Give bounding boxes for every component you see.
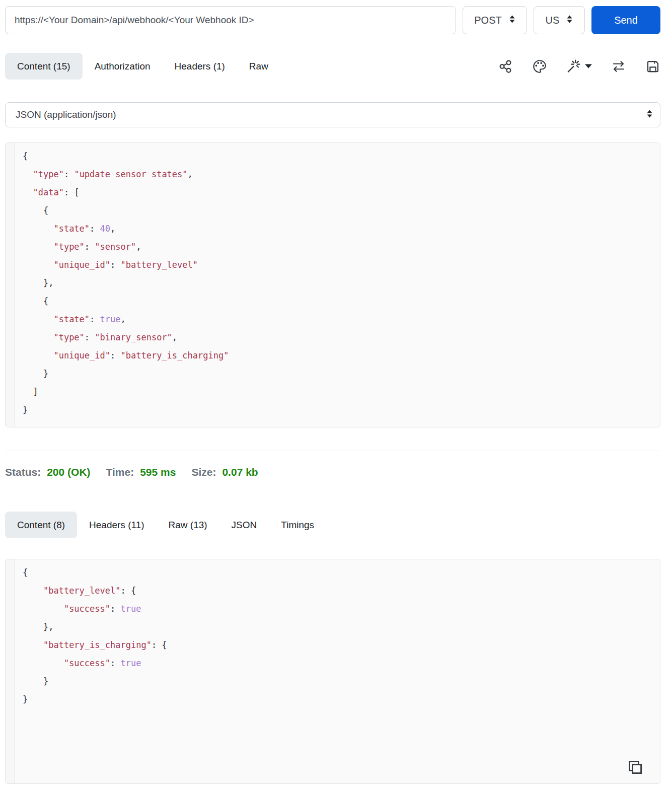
magic-actions-button[interactable] bbox=[566, 59, 592, 74]
body-type-select[interactable]: JSON (application/json) bbox=[5, 102, 660, 127]
size-value: 0.07 kb bbox=[222, 466, 258, 478]
code-line: "state": true, bbox=[23, 310, 655, 328]
size-label: Size: bbox=[191, 466, 216, 478]
tab-response-timings[interactable]: Timings bbox=[269, 512, 326, 538]
response-status-row: Status:200 (OK)Time:595 msSize:0.07 kb bbox=[5, 462, 660, 482]
tab-request-raw[interactable]: Raw bbox=[237, 53, 280, 80]
method-select-value: POST bbox=[474, 15, 501, 26]
code-line: "type": "sensor", bbox=[23, 238, 655, 256]
code-line: "success": true bbox=[23, 654, 655, 672]
code-line: "type": "binary_sensor", bbox=[23, 328, 655, 346]
tab-response-content[interactable]: Content (8) bbox=[5, 512, 77, 538]
code-line: "battery_is_charging": { bbox=[23, 636, 655, 654]
tab-response-headers[interactable]: Headers (11) bbox=[77, 512, 156, 538]
code-line: } bbox=[23, 690, 655, 708]
send-button[interactable]: Send bbox=[591, 6, 660, 34]
code-line: } bbox=[23, 365, 655, 383]
request-bar: POST US Send bbox=[5, 6, 660, 34]
swap-arrows-icon bbox=[611, 59, 626, 74]
code-line: { bbox=[23, 147, 655, 165]
share-button[interactable] bbox=[498, 59, 513, 74]
code-line: "type": "update_sensor_states", bbox=[23, 165, 655, 183]
tab-request-headers[interactable]: Headers (1) bbox=[163, 53, 237, 80]
code-line: } bbox=[23, 672, 655, 690]
tab-request-authorization[interactable]: Authorization bbox=[83, 53, 163, 80]
updown-arrows-icon bbox=[566, 15, 573, 26]
share-icon bbox=[498, 59, 513, 74]
code-line: "unique_id": "battery_is_charging" bbox=[23, 346, 655, 365]
code-line: { bbox=[23, 201, 655, 220]
response-body-code: { "battery_level": { "success": true }, … bbox=[6, 559, 660, 716]
theme-button[interactable] bbox=[532, 59, 547, 74]
rest-client-page: POST US Send Content (15) Authorization … bbox=[0, 0, 672, 784]
swap-request-button[interactable] bbox=[611, 59, 626, 74]
magic-wand-icon bbox=[566, 59, 581, 74]
code-line: { bbox=[23, 292, 655, 310]
request-toolbar bbox=[498, 59, 660, 74]
section-divider bbox=[5, 451, 660, 451]
code-line: "unique_id": "battery_level" bbox=[23, 256, 655, 274]
code-line: "battery_level": { bbox=[23, 582, 655, 600]
request-tabs-row: Content (15) Authorization Headers (1) R… bbox=[5, 53, 660, 80]
tab-response-raw[interactable]: Raw (13) bbox=[157, 512, 219, 538]
save-request-button[interactable] bbox=[645, 59, 660, 74]
code-line: }, bbox=[23, 618, 655, 636]
code-line: "state": 40, bbox=[23, 220, 655, 238]
time-value: 595 ms bbox=[140, 466, 176, 478]
request-body-editor[interactable]: { "type": "update_sensor_states", "data"… bbox=[5, 142, 660, 427]
updown-arrows-icon bbox=[509, 15, 515, 26]
code-line: }, bbox=[23, 274, 655, 292]
response-tabs-row: Content (8) Headers (11) Raw (13) JSON T… bbox=[5, 512, 660, 538]
request-tabs: Content (15) Authorization Headers (1) R… bbox=[5, 53, 280, 80]
response-tabs: Content (8) Headers (11) Raw (13) JSON T… bbox=[5, 512, 326, 538]
tab-request-content[interactable]: Content (15) bbox=[5, 53, 83, 80]
region-select[interactable]: US bbox=[534, 6, 585, 34]
code-line: } bbox=[23, 401, 655, 419]
palette-icon bbox=[532, 59, 547, 74]
code-line: "success": true bbox=[23, 600, 655, 618]
chevron-down-icon bbox=[585, 64, 592, 68]
status-label: Status: bbox=[5, 466, 41, 478]
code-line: "data": [ bbox=[23, 183, 655, 201]
body-type-select-value: JSON (application/json) bbox=[16, 109, 116, 120]
method-select[interactable]: POST bbox=[463, 6, 527, 34]
updown-arrows-icon bbox=[646, 109, 653, 121]
save-icon bbox=[645, 59, 660, 74]
code-line: ] bbox=[23, 383, 655, 401]
status-value: 200 (OK) bbox=[47, 466, 90, 478]
copy-icon bbox=[627, 770, 644, 777]
request-body-code: { "type": "update_sensor_states", "data"… bbox=[6, 143, 660, 427]
tab-response-json[interactable]: JSON bbox=[219, 512, 269, 538]
time-label: Time: bbox=[106, 466, 134, 478]
url-input[interactable] bbox=[5, 6, 456, 34]
code-line: { bbox=[23, 563, 655, 582]
response-body-viewer: { "battery_level": { "success": true }, … bbox=[5, 559, 660, 784]
copy-response-button[interactable] bbox=[626, 758, 645, 777]
region-select-value: US bbox=[546, 15, 560, 26]
